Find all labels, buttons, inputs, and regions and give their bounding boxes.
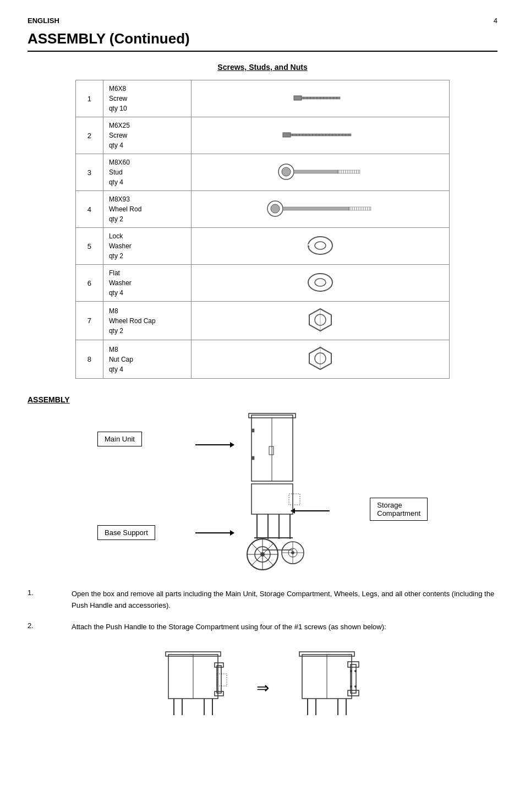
table-row: 8 M8Nut Capqty 4 xyxy=(76,340,450,379)
part-image xyxy=(191,191,449,228)
svg-rect-13 xyxy=(283,133,291,137)
part-num: 8 xyxy=(76,340,103,379)
svg-point-122 xyxy=(350,685,352,688)
instruction-item-2: 2. Attach the Push Handle to the Storage… xyxy=(28,622,497,633)
base-support-arrow xyxy=(195,532,234,533)
step2-arrow: ⇒ xyxy=(256,679,269,697)
svg-rect-0 xyxy=(294,96,302,100)
svg-rect-77 xyxy=(252,456,254,460)
svg-rect-35 xyxy=(294,170,338,173)
part-num: 4 xyxy=(76,191,103,228)
svg-point-121 xyxy=(354,670,357,672)
table-row: 7 M8Wheel Rod Capqty 2 xyxy=(76,302,450,340)
assembly-title: ASSEMBLY xyxy=(28,395,497,404)
part-num: 5 xyxy=(76,228,103,265)
header: ENGLISH 4 xyxy=(28,17,497,25)
svg-point-34 xyxy=(282,167,291,176)
table-row: 4 M8X93Wheel Rodqty 2 xyxy=(76,191,450,228)
instructions-section: 1. Open the box and remove all parts inc… xyxy=(28,588,497,633)
part-num: 3 xyxy=(76,154,103,191)
table-row: 1 M6X8Screwqty 10 xyxy=(76,80,450,117)
part-desc: M6X25Screwqty 4 xyxy=(103,117,191,154)
base-support-label: Base Support xyxy=(97,525,155,540)
page-title: ASSEMBLY (Continued) xyxy=(28,30,497,52)
step2-before-diagram xyxy=(152,644,240,732)
table-row: 6 FlatWasherqty 4 xyxy=(76,265,450,302)
storage-label-box: StorageCompartment xyxy=(370,498,428,521)
part-desc: M8Nut Capqty 4 xyxy=(103,340,191,379)
svg-rect-109 xyxy=(215,691,223,696)
table-row: 2 M6X25Screwqty 4 xyxy=(76,117,450,154)
parts-table: 1 M6X8Screwqty 10 2 M6X25Screwqty 4 xyxy=(75,80,450,379)
main-unit-label-box: Main Unit xyxy=(97,432,142,446)
svg-point-120 xyxy=(350,670,352,672)
instruction-num-1: 1. xyxy=(28,588,72,612)
part-image xyxy=(191,228,449,265)
instruction-item-1: 1. Open the box and remove all parts inc… xyxy=(28,588,497,612)
part-desc: M8X60Studqty 4 xyxy=(103,154,191,191)
svg-rect-79 xyxy=(251,484,293,514)
part-num: 2 xyxy=(76,117,103,154)
part-image xyxy=(191,80,449,117)
part-desc: FlatWasherqty 4 xyxy=(103,265,191,302)
base-support-label-box: Base Support xyxy=(97,525,155,540)
table-row: 3 M8X60Studqty 4 xyxy=(76,154,450,191)
svg-rect-14 xyxy=(291,134,351,136)
page-number: 4 xyxy=(494,17,497,25)
svg-point-123 xyxy=(354,685,357,688)
svg-rect-78 xyxy=(269,446,274,455)
svg-point-66 xyxy=(315,279,326,286)
parts-section-title: Screws, Studs, and Nuts xyxy=(28,63,497,72)
unit-illustration xyxy=(229,412,318,577)
svg-rect-76 xyxy=(252,429,254,432)
part-desc: M6X8Screwqty 10 xyxy=(103,80,191,117)
svg-rect-108 xyxy=(215,663,223,667)
svg-rect-80 xyxy=(289,494,300,505)
part-image xyxy=(191,117,449,154)
assembly-diagram: Main Unit Base Support StorageCompartmen… xyxy=(97,412,428,583)
svg-rect-74 xyxy=(249,413,296,418)
part-num: 1 xyxy=(76,80,103,117)
table-row: 5 LockWasherqty 2 xyxy=(76,228,450,265)
instruction-num-2: 2. xyxy=(28,622,72,633)
svg-point-48 xyxy=(271,204,280,213)
instruction-text-1: Open the box and remove all parts includ… xyxy=(72,588,497,612)
svg-point-65 xyxy=(308,274,332,291)
svg-rect-49 xyxy=(283,207,349,210)
step2-after-diagram xyxy=(286,644,374,732)
step2-diagrams: ⇒ xyxy=(28,644,497,732)
part-desc: M8Wheel Rod Capqty 2 xyxy=(103,302,191,340)
language-label: ENGLISH xyxy=(28,17,59,25)
svg-rect-107 xyxy=(217,666,221,693)
part-image xyxy=(191,154,449,191)
main-unit-label: Main Unit xyxy=(97,432,142,446)
instruction-text-2: Attach the Push Handle to the Storage Co… xyxy=(72,622,497,633)
part-image xyxy=(191,265,449,302)
svg-point-61 xyxy=(308,237,332,254)
svg-rect-1 xyxy=(302,97,340,99)
part-image xyxy=(191,340,449,379)
main-unit-arrow xyxy=(195,444,234,445)
part-desc: M8X93Wheel Rodqty 2 xyxy=(103,191,191,228)
part-num: 6 xyxy=(76,265,103,302)
part-desc: LockWasherqty 2 xyxy=(103,228,191,265)
part-num: 7 xyxy=(76,302,103,340)
storage-compartment-label: StorageCompartment xyxy=(370,498,428,521)
svg-point-62 xyxy=(315,242,326,249)
part-image xyxy=(191,302,449,340)
